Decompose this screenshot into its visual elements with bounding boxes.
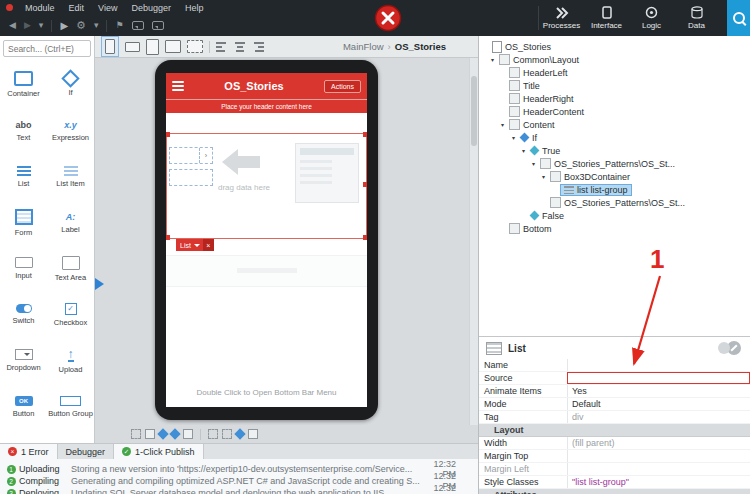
tree-item-content[interactable]: Content bbox=[479, 118, 750, 131]
toolbox-widget-expression[interactable]: x.y Expression bbox=[47, 108, 94, 154]
tab-errors[interactable]: 1 Error bbox=[0, 444, 58, 459]
list-item-placeholder[interactable] bbox=[166, 255, 367, 287]
back-icon[interactable] bbox=[9, 21, 16, 30]
canvas-scrollbar[interactable] bbox=[469, 58, 478, 425]
align-center-icon[interactable] bbox=[234, 42, 246, 52]
toolbox-widget-button-group[interactable]: Button Group bbox=[47, 384, 94, 430]
play-icon[interactable] bbox=[60, 21, 68, 31]
prop-section-attributes[interactable]: Attributes bbox=[479, 489, 750, 494]
resize-handle[interactable] bbox=[363, 182, 367, 187]
toolbox-widget-switch[interactable]: Switch bbox=[0, 292, 47, 338]
toolbox-widget-input[interactable]: Input bbox=[0, 246, 47, 292]
wrench-icon[interactable] bbox=[727, 341, 741, 355]
nav-processes[interactable]: Processes bbox=[539, 0, 584, 36]
expander-icon[interactable] bbox=[499, 121, 506, 128]
resize-handle[interactable] bbox=[363, 235, 367, 240]
feedback-icon[interactable] bbox=[152, 21, 164, 30]
tree-item-common-layout[interactable]: Common\Layout bbox=[479, 53, 750, 66]
tree-item-headerleft[interactable]: HeaderLeft bbox=[479, 66, 750, 79]
resize-handle[interactable] bbox=[166, 235, 170, 240]
menu-debugger[interactable]: Debugger bbox=[124, 2, 178, 14]
prop-value-width[interactable]: (fill parent) bbox=[567, 437, 750, 449]
prop-value-tag[interactable]: div bbox=[567, 411, 750, 423]
choice-diamond-icon[interactable] bbox=[169, 428, 180, 439]
prop-value-margin-left[interactable] bbox=[567, 463, 750, 475]
breadcrumb-parent[interactable]: MainFlow bbox=[343, 41, 384, 52]
align-left-icon[interactable] bbox=[216, 42, 228, 52]
dashed-cell-icon[interactable] bbox=[222, 429, 232, 439]
chevron-down-icon[interactable] bbox=[194, 244, 200, 250]
resize-handle[interactable] bbox=[363, 132, 367, 137]
widget-search-input[interactable] bbox=[3, 40, 91, 57]
tree-item-list-group[interactable]: list list-group bbox=[479, 183, 750, 196]
tree-item-bottom[interactable]: Bottom bbox=[479, 222, 750, 235]
prop-value-animate-items[interactable]: Yes bbox=[567, 385, 750, 397]
toolbox-widget-upload[interactable]: Upload bbox=[47, 338, 94, 384]
bottom-bar-hint[interactable]: Double Click to Open Bottom Bar Menu bbox=[166, 388, 367, 397]
menu-view[interactable]: View bbox=[91, 2, 124, 14]
list-box-icon[interactable] bbox=[183, 429, 193, 439]
tablet-landscape-icon[interactable] bbox=[165, 40, 181, 53]
expander-icon[interactable] bbox=[540, 173, 547, 180]
prop-section-layout[interactable]: Layout bbox=[479, 424, 750, 437]
nav-data[interactable]: Data bbox=[674, 0, 719, 36]
actions-button[interactable]: Actions bbox=[324, 80, 361, 93]
toolbox-widget-list[interactable]: List bbox=[0, 154, 47, 200]
tree-item-os-stories[interactable]: OS_Stories bbox=[479, 40, 750, 53]
browser-icon[interactable] bbox=[187, 40, 203, 53]
prop-value-name[interactable] bbox=[567, 359, 750, 371]
prop-value-source[interactable] bbox=[567, 372, 750, 384]
prop-value-mode[interactable]: Default bbox=[567, 398, 750, 410]
tree-item-false[interactable]: False bbox=[479, 209, 750, 222]
global-search-button[interactable] bbox=[727, 0, 750, 36]
selected-tree-item[interactable]: list list-group bbox=[560, 184, 632, 196]
selected-widget-tag[interactable]: List bbox=[176, 239, 214, 251]
expander-icon[interactable] bbox=[520, 147, 527, 154]
expander-icon[interactable] bbox=[530, 160, 537, 167]
prop-value-style-classes[interactable]: "list list-group" bbox=[567, 476, 750, 488]
tree-item-patterns-1[interactable]: OS_Stories_Patterns\OS_St... bbox=[479, 157, 750, 170]
breadcrumb-current[interactable]: OS_Stories bbox=[395, 41, 446, 52]
tree-item-if[interactable]: If bbox=[479, 131, 750, 144]
tree-item-headercontent[interactable]: HeaderContent bbox=[479, 105, 750, 118]
toolbox-widget-container[interactable]: Container bbox=[0, 62, 47, 108]
if-diamond-icon[interactable] bbox=[157, 428, 168, 439]
log-row[interactable]: 1 Uploading Storing a new version into '… bbox=[0, 459, 478, 471]
toolbox-widget-button[interactable]: OK Button bbox=[0, 384, 47, 430]
diamond-icon[interactable] bbox=[234, 428, 245, 439]
forward-icon[interactable] bbox=[24, 21, 31, 30]
toolbox-widget-checkbox[interactable]: Checkbox bbox=[47, 292, 94, 338]
drop-placeholder[interactable] bbox=[169, 147, 213, 164]
device-phone-selected[interactable] bbox=[101, 36, 119, 57]
toolbox-widget-text-area[interactable]: Text Area bbox=[47, 246, 94, 292]
menu-help[interactable]: Help bbox=[178, 2, 211, 14]
tree-item-true[interactable]: True bbox=[479, 144, 750, 157]
expander-icon[interactable] bbox=[489, 56, 496, 63]
tree-item-patterns-2[interactable]: OS_Stories_Patterns\OS_St... bbox=[479, 196, 750, 209]
content-placeholder[interactable]: drag data here List Double Click to Open… bbox=[166, 113, 367, 407]
delete-icon[interactable] bbox=[203, 239, 214, 251]
history-caret-icon[interactable] bbox=[39, 21, 44, 30]
menu-edit[interactable]: Edit bbox=[62, 2, 92, 14]
toolbox-widget-if[interactable]: If bbox=[47, 62, 94, 108]
phone-landscape-icon[interactable] bbox=[125, 42, 140, 52]
resize-handle[interactable] bbox=[166, 132, 170, 137]
prop-value-margin-top[interactable] bbox=[567, 450, 750, 462]
align-right-icon[interactable] bbox=[252, 42, 264, 52]
tablet-portrait-icon[interactable] bbox=[146, 39, 159, 55]
tree-item-headerright[interactable]: HeaderRight bbox=[479, 92, 750, 105]
dashed-row-icon[interactable] bbox=[208, 429, 218, 439]
gear-icon[interactable] bbox=[76, 20, 86, 31]
dashed-container-icon[interactable] bbox=[131, 429, 141, 439]
tab-debugger[interactable]: Debugger bbox=[58, 444, 115, 459]
box-icon[interactable] bbox=[248, 429, 258, 439]
drop-placeholder[interactable] bbox=[169, 169, 213, 186]
tree-item-title[interactable]: Title bbox=[479, 79, 750, 92]
design-canvas[interactable]: OS_Stories Actions Place your header con… bbox=[95, 58, 478, 425]
tree-item-box3dcontainer[interactable]: Box3DContainer bbox=[479, 170, 750, 183]
stop-button[interactable] bbox=[374, 4, 402, 32]
flag-icon[interactable] bbox=[115, 21, 123, 30]
grid-box-icon[interactable] bbox=[145, 429, 155, 439]
toolbox-widget-form[interactable]: Form bbox=[0, 200, 47, 246]
toolbox-widget-list-item[interactable]: List Item bbox=[47, 154, 94, 200]
